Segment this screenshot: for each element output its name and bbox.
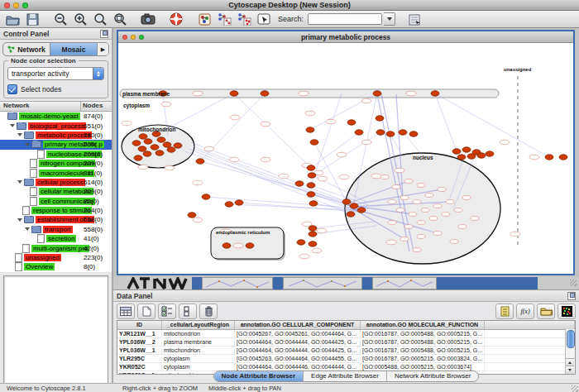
node-label-oval[interactable] — [510, 232, 520, 237]
graph-node[interactable] — [306, 127, 314, 132]
node-label-oval[interactable] — [458, 225, 467, 229]
table-cell[interactable]: YPL036W__1 — [117, 347, 162, 354]
graph-node[interactable] — [307, 192, 315, 197]
tree-row[interactable]: response to stimulu264(0) — [0, 206, 112, 215]
node-label-oval[interactable] — [388, 221, 396, 225]
table-cell[interactable]: mitochondrion — [162, 347, 235, 354]
float-panel-icon[interactable] — [100, 30, 108, 38]
node-label-oval[interactable] — [312, 248, 322, 253]
table-cell[interactable]: [GO:0044464, GO:0044444, GO:0044425, G..… — [235, 347, 361, 354]
graph-node[interactable] — [386, 131, 395, 136]
node-label-oval[interactable] — [471, 217, 479, 221]
table-cell[interactable]: [GO:0016787, GO:0005488, GO:0005215, G..… — [361, 347, 485, 354]
float-panel-icon[interactable] — [567, 292, 576, 300]
new-network-from-selection-button[interactable] — [215, 12, 233, 26]
node-label-oval[interactable] — [193, 91, 203, 96]
node-label-oval[interactable] — [395, 168, 404, 173]
node-label-oval[interactable] — [326, 119, 336, 124]
search-input[interactable] — [308, 13, 382, 25]
graph-node[interactable] — [139, 134, 147, 139]
graph-node[interactable] — [342, 199, 351, 204]
table-cell[interactable]: [GO:0045263, GO:0044464, GO:0044455, G..… — [235, 355, 361, 362]
browser-tab[interactable]: Edge Attribute Browser — [304, 371, 387, 381]
zoom-out-button[interactable] — [51, 12, 69, 26]
node-label-oval[interactable] — [429, 217, 438, 221]
node-label-oval[interactable] — [230, 115, 240, 120]
new-network-button[interactable] — [235, 12, 253, 26]
node-label-oval[interactable] — [261, 157, 270, 162]
table-scrollbar[interactable] — [565, 329, 575, 374]
select-nodes-checkbox[interactable] — [7, 84, 17, 94]
table-cell[interactable]: [GO:0016787, GO:0005215, GO:0003824, G..… — [361, 355, 485, 362]
graph-node[interactable] — [295, 181, 304, 186]
layout-button[interactable] — [195, 12, 213, 26]
node-label-oval[interactable] — [204, 146, 214, 151]
network-canvas[interactable]: plasma membranecytoplasmmitochondrionnuc… — [118, 43, 573, 274]
node-label-oval[interactable] — [339, 174, 349, 179]
graph-node[interactable] — [373, 91, 381, 96]
tree-row[interactable]: unassigned223(0) — [0, 253, 112, 262]
save-session-button[interactable] — [23, 12, 41, 26]
table-cell[interactable]: cytoplasm — [162, 363, 235, 370]
table-cell[interactable]: mitochondrion — [162, 330, 235, 337]
graph-node[interactable] — [431, 91, 439, 96]
delete-attribute-button[interactable] — [199, 304, 218, 319]
graph-node[interactable] — [477, 153, 486, 158]
node-label-oval[interactable] — [400, 237, 409, 241]
node-label-oval[interactable] — [317, 228, 327, 233]
graph-node[interactable] — [308, 173, 316, 178]
node-label-oval[interactable] — [392, 185, 400, 189]
node-label-oval[interactable] — [417, 184, 425, 188]
new-attribute-button[interactable] — [137, 304, 156, 319]
graph-node[interactable] — [452, 149, 461, 154]
node-label-oval[interactable] — [305, 111, 315, 116]
tree-row[interactable]: metabolic process280(0) — [0, 131, 112, 140]
node-label-oval[interactable] — [233, 243, 243, 248]
node-label-oval[interactable] — [417, 221, 425, 225]
node-label-oval[interactable] — [165, 165, 175, 170]
table-row[interactable]: YJR121W__1mitochondrion[GO:0045267, GO:0… — [117, 330, 575, 338]
graph-node[interactable] — [261, 91, 269, 96]
graph-node[interactable] — [309, 226, 317, 231]
tree-row[interactable]: biological_process651(0) — [0, 121, 112, 130]
column-header[interactable]: annotation.GO CELLULAR_COMPONENT — [235, 321, 361, 329]
node-label-oval[interactable] — [446, 200, 454, 204]
graph-node[interactable] — [163, 142, 171, 147]
node-label-oval[interactable] — [421, 208, 429, 213]
graph-node[interactable] — [309, 241, 317, 246]
node-label-oval[interactable] — [318, 176, 328, 181]
function-builder-button[interactable]: f(x) — [516, 304, 534, 319]
graph-node[interactable] — [355, 130, 363, 135]
table-cell[interactable]: YJR121W__1 — [117, 330, 162, 337]
graph-node[interactable] — [196, 159, 204, 164]
node-label-oval[interactable] — [122, 121, 132, 126]
zoom-fit-button[interactable] — [91, 12, 109, 26]
tree-row[interactable]: establishment of lo558(0) — [0, 215, 112, 224]
heatmap-button[interactable] — [557, 304, 576, 319]
node-label-oval[interactable] — [161, 102, 171, 107]
resize-grip-icon[interactable] — [569, 279, 577, 287]
select-attributes-button[interactable] — [158, 304, 176, 319]
table-cell[interactable]: [GO:0016787, GO:0005488, GO:0005215, G..… — [361, 330, 485, 337]
attribute-notes-button[interactable] — [495, 304, 514, 319]
node-label-oval[interactable] — [193, 218, 203, 222]
graph-node[interactable] — [156, 151, 164, 155]
graph-node[interactable] — [307, 165, 315, 170]
graph-node[interactable] — [188, 213, 196, 218]
graph-node[interactable] — [132, 141, 141, 146]
graph-node[interactable] — [399, 130, 407, 135]
zoom-selected-button[interactable] — [111, 12, 129, 26]
tree-header-network[interactable]: Network — [0, 102, 81, 111]
graph-node[interactable] — [350, 203, 358, 208]
attribute-table-button[interactable] — [117, 304, 135, 319]
graph-node[interactable] — [545, 155, 553, 160]
table-cell[interactable]: [GO:0045267, GO:0045261, GO:0044464, G..… — [235, 330, 361, 337]
scrollbar-thumb[interactable] — [567, 330, 575, 348]
graph-node[interactable] — [138, 146, 146, 151]
table-cell[interactable]: [GO:0044464, GO:0044444, GO:0044425, G..… — [235, 338, 361, 346]
graph-node[interactable] — [486, 151, 494, 156]
node-label-oval[interactable] — [433, 204, 442, 208]
graph-node[interactable] — [230, 91, 238, 96]
tree-row[interactable]: multi-organism pro42(0) — [0, 243, 112, 252]
graph-node[interactable] — [347, 212, 355, 217]
